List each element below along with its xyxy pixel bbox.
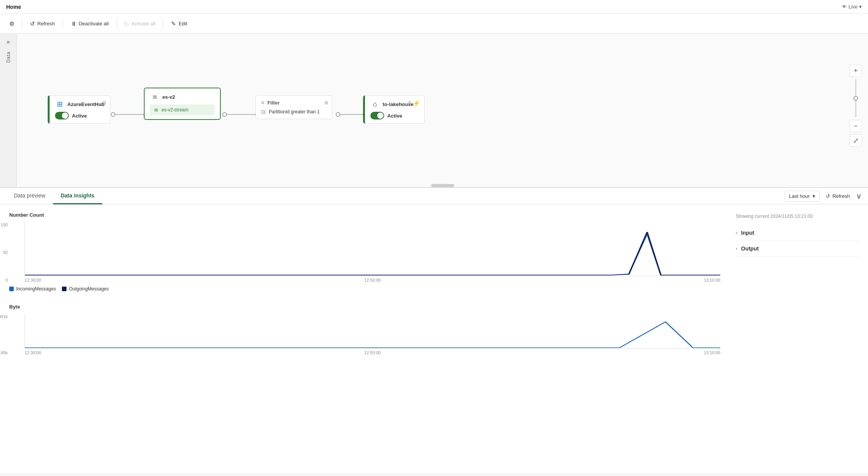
filter-condition-row: ⊟ PartitionId greater than 1: [261, 109, 327, 115]
chevron-input-icon: ›: [736, 230, 737, 236]
refresh-label: Refresh: [37, 21, 55, 27]
flow-canvas: ⊞ AzureEventHub Active ≡ ≋ es-v2 ≋ es-v2…: [17, 34, 868, 187]
legend-label-incoming: IncomingMessages: [16, 286, 56, 292]
tabs-bar: Data preview Data insights Last hour ▾ ↺…: [0, 188, 868, 204]
zoom-slider-track: [855, 79, 856, 118]
chevron-down-icon: ▾: [859, 4, 862, 10]
transform-subtitle: es-v2-stream: [162, 107, 188, 113]
live-badge[interactable]: 👁 Live ▾: [842, 4, 862, 10]
edit-button[interactable]: ✎ Edit: [167, 18, 192, 30]
toolbar-divider-4: [163, 19, 163, 28]
chart-legend-messages: IncomingMessages OutgoingMessages: [9, 286, 720, 292]
refresh-button[interactable]: ↺ Refresh: [25, 18, 60, 30]
zoom-in-button[interactable]: +: [850, 65, 862, 77]
chart-container-messages: [25, 222, 720, 276]
filter-condition: PartitionId greater than 1: [269, 109, 320, 114]
byte-chart: Byte 391k 195k 12:30:00 12:50:00 13: [9, 304, 720, 355]
dest-settings-icon[interactable]: ≡: [408, 100, 411, 106]
edit-icon: ✎: [171, 20, 176, 27]
info-section-output[interactable]: › Output: [736, 241, 859, 257]
deactivate-icon: ⏸: [71, 20, 77, 27]
node-azure-event-hub[interactable]: ⊞ AzureEventHub Active ≡: [48, 95, 110, 124]
tabs-right: Last hour ▾ ↺ Refresh ∨: [785, 191, 862, 202]
lakehouse-icon: ⌂: [370, 100, 380, 109]
legend-incoming: IncomingMessages: [9, 286, 56, 292]
legend-label-outgoing: OutgoingMessages: [69, 286, 108, 292]
zoom-out-button[interactable]: −: [850, 120, 862, 132]
time-range-dropdown[interactable]: Last hour ▾: [785, 191, 820, 202]
node-header-source: ⊞ AzureEventHub: [55, 100, 105, 109]
activate-label: Activate all: [132, 21, 156, 27]
sidebar-label: Data: [6, 51, 11, 63]
filter-menu-icon[interactable]: ≡: [325, 100, 328, 106]
transform-inner: ≋ es-v2-stream: [150, 104, 215, 115]
filter-icon: ≡: [261, 100, 264, 106]
toolbar: ⚙ ↺ Refresh ⏸ Deactivate all ▷ Activate …: [0, 14, 868, 34]
legend-dot-incoming: [9, 287, 14, 291]
activate-button[interactable]: ▷ Activate all: [120, 18, 160, 30]
chart-title-byte: Byte: [9, 304, 720, 310]
zoom-controls: + − ⤢: [850, 65, 862, 147]
tab-data-preview[interactable]: Data preview: [6, 188, 53, 204]
dest-toggle[interactable]: [370, 112, 384, 119]
deactivate-label: Deactivate all: [79, 21, 109, 27]
zoom-slider-thumb[interactable]: [853, 96, 858, 101]
azure-event-hub-icon: ⊞: [55, 100, 64, 109]
expand-icon[interactable]: »: [7, 38, 10, 45]
settings-icon: ⚙: [9, 20, 14, 27]
node-lakehouse[interactable]: ⌂ to-lakehouse Active ⚡ ≡: [363, 95, 425, 124]
toggle-container-source: Active: [55, 112, 105, 119]
chart-section-messages: Number Count 100 50 0: [9, 212, 720, 355]
activate-icon: ▷: [125, 20, 129, 27]
chart-title-number-count: Number Count: [9, 212, 720, 218]
info-section-input[interactable]: › Input: [736, 225, 859, 241]
insights-refresh-button[interactable]: ↺ Refresh: [823, 191, 853, 201]
source-status: Active: [72, 113, 87, 119]
node-title-transform: es-v2: [162, 94, 175, 100]
scroll-handle[interactable]: [431, 184, 454, 187]
chart-x-axis-messages: 12:30:00 12:50:00 13:10:00: [25, 278, 720, 282]
node-header-transform: ≋ es-v2: [150, 92, 215, 101]
source-menu-icon[interactable]: ≡: [102, 100, 106, 106]
deactivate-button[interactable]: ⏸ Deactivate all: [66, 18, 113, 29]
expand-collapse-icon[interactable]: ∨: [856, 191, 862, 201]
chart-y-axis-byte: 391k 195k: [0, 314, 8, 355]
refresh-circle-icon: ↺: [826, 193, 830, 199]
chart-container-byte: [25, 314, 720, 349]
chart-svg-messages: [25, 222, 720, 276]
dest-status: Active: [387, 113, 402, 119]
info-panel: Showing current 2024/11/05 13:21:00 › In…: [736, 212, 859, 355]
fit-view-button[interactable]: ⤢: [850, 134, 862, 147]
filter-title: Filter: [267, 100, 280, 106]
node-transform[interactable]: ≋ es-v2 ≋ es-v2-stream: [144, 88, 221, 120]
node-header-dest: ⌂ to-lakehouse: [370, 100, 419, 109]
chart-svg-byte: [25, 314, 720, 348]
fit-icon: ⤢: [853, 136, 859, 145]
chevron-down-icon: ▾: [813, 193, 815, 199]
info-input-label: Input: [741, 230, 754, 236]
top-bar: Home 👁 Live ▾: [0, 0, 868, 14]
svg-point-1: [111, 113, 115, 116]
charts-area: Number Count 100 50 0: [0, 204, 868, 363]
app-title: Home: [6, 4, 21, 10]
stream-icon: ≋: [154, 107, 158, 113]
dest-menu-icon[interactable]: ⚡: [413, 100, 420, 107]
tab-data-insights[interactable]: Data insights: [53, 188, 102, 204]
settings-button[interactable]: ⚙: [5, 18, 19, 30]
source-toggle[interactable]: [55, 112, 69, 119]
toolbar-divider-3: [117, 19, 117, 28]
chart-x-axis-byte: 12:30:00 12:50:00 13:10:00: [25, 350, 720, 355]
toolbar-divider-1: [22, 19, 22, 28]
transform-icon: ≋: [150, 92, 159, 101]
node-filter[interactable]: ≡ Filter ⊟ PartitionId greater than 1 ≡: [255, 95, 332, 119]
chart-y-axis: 100 50 0: [0, 222, 8, 282]
sidebar-toggle[interactable]: » Data: [0, 34, 17, 187]
refresh-icon: ↺: [30, 20, 35, 27]
eye-icon: 👁: [842, 4, 847, 10]
legend-outgoing: OutgoingMessages: [62, 286, 108, 292]
svg-point-4: [223, 113, 227, 116]
info-output-label: Output: [741, 245, 759, 252]
number-count-chart: Number Count 100 50 0: [9, 212, 720, 292]
chevron-output-icon: ›: [736, 246, 737, 251]
canvas-area: » Data ⊞ AzureEventHub: [0, 34, 868, 187]
